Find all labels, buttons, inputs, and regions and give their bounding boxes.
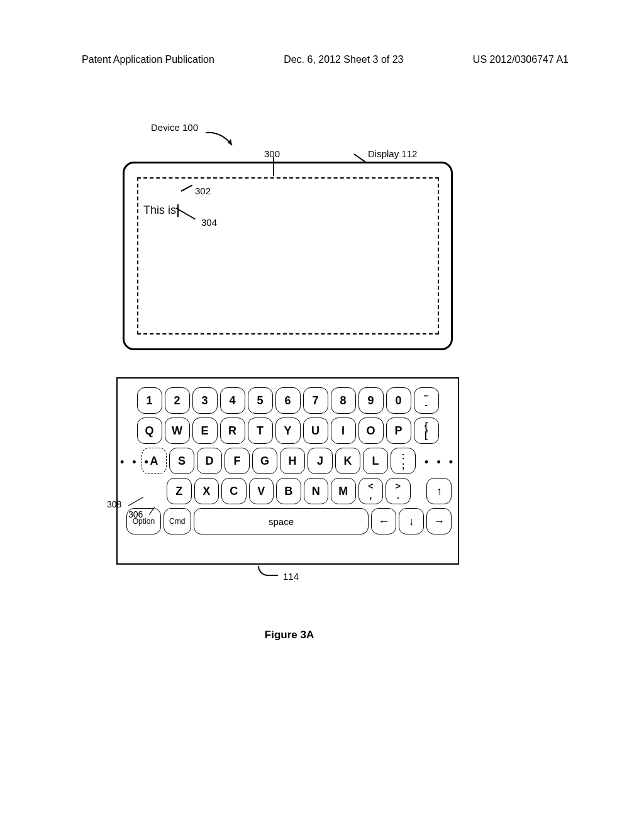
key-s[interactable]: S: [169, 448, 194, 474]
key-e[interactable]: E: [192, 418, 218, 444]
key-q[interactable]: Q: [137, 418, 162, 444]
device-label: Device 100: [151, 122, 198, 133]
kb-row-2: Q W E R T Y U I O P {[: [124, 418, 452, 444]
header-right: US 2012/0306747 A1: [473, 54, 569, 65]
key-r[interactable]: R: [220, 418, 245, 444]
header-left: Patent Application Publication: [82, 54, 214, 65]
key-i[interactable]: I: [331, 418, 356, 444]
key-left-arrow[interactable]: ←: [371, 508, 396, 534]
ellipsis-right-icon: • • •: [425, 456, 455, 469]
kb-row-1: 1 2 3 4 5 6 7 8 9 0 –-: [124, 387, 452, 414]
key-dash[interactable]: –-: [414, 387, 439, 414]
key-b[interactable]: B: [276, 478, 301, 504]
key-1[interactable]: 1: [137, 387, 162, 414]
key-2[interactable]: 2: [165, 387, 190, 414]
key-space[interactable]: space: [194, 508, 369, 534]
key-z[interactable]: Z: [167, 478, 192, 504]
ref-308-label: 308: [107, 499, 121, 509]
key-bracket[interactable]: {[: [414, 418, 439, 444]
key-up-arrow[interactable]: ↑: [426, 478, 452, 504]
key-4[interactable]: 4: [220, 387, 245, 414]
ref-304-label: 304: [201, 217, 217, 228]
display-label: Display 112: [368, 148, 417, 159]
key-c[interactable]: C: [221, 478, 247, 504]
display-panel: This is: [123, 162, 453, 350]
key-3[interactable]: 3: [192, 387, 218, 414]
key-n[interactable]: N: [304, 478, 329, 504]
key-y[interactable]: Y: [275, 418, 301, 444]
key-gt[interactable]: >.: [386, 478, 411, 504]
ref-114-leader: [258, 566, 278, 576]
key-t[interactable]: T: [248, 418, 273, 444]
key-g[interactable]: G: [252, 448, 277, 474]
keyboard-panel: 1 2 3 4 5 6 7 8 9 0 –- Q W E R T Y U I O…: [116, 377, 459, 565]
key-u[interactable]: U: [303, 418, 328, 444]
kb-row-4: Z X C V B N M <, >. ↑: [124, 478, 452, 504]
key-5[interactable]: 5: [248, 387, 273, 414]
key-w[interactable]: W: [165, 418, 190, 444]
key-p[interactable]: P: [386, 418, 411, 444]
text-cursor-icon: [177, 204, 179, 217]
key-f[interactable]: F: [225, 448, 250, 474]
figure-title: Figure 3A: [113, 629, 465, 641]
key-l[interactable]: L: [363, 448, 388, 474]
key-o[interactable]: O: [358, 418, 384, 444]
ref-114-label: 114: [283, 571, 299, 582]
ellipsis-left-icon: • • •: [120, 456, 151, 469]
device-arrow-icon: [206, 131, 237, 150]
key-j[interactable]: J: [308, 448, 333, 474]
key-right-arrow[interactable]: →: [426, 508, 452, 534]
key-v[interactable]: V: [249, 478, 274, 504]
text-value: This is: [143, 204, 176, 216]
key-h[interactable]: H: [280, 448, 305, 474]
key-9[interactable]: 9: [358, 387, 384, 414]
text-entry-area[interactable]: This is: [137, 177, 439, 335]
key-d[interactable]: D: [197, 448, 222, 474]
entered-text: This is: [143, 204, 179, 217]
header-center: Dec. 6, 2012 Sheet 3 of 23: [284, 54, 403, 65]
key-8[interactable]: 8: [331, 387, 356, 414]
key-m[interactable]: M: [331, 478, 356, 504]
ref-300-label: 300: [264, 148, 280, 159]
kb-row-3: • • • A S D F G H J K L :; • • •: [124, 448, 452, 474]
key-6[interactable]: 6: [275, 387, 301, 414]
key-cmd[interactable]: Cmd: [164, 508, 191, 534]
ref-302-label: 302: [195, 185, 211, 196]
key-x[interactable]: X: [194, 478, 219, 504]
key-colon[interactable]: :;: [391, 448, 416, 474]
key-k[interactable]: K: [335, 448, 360, 474]
kb-row-5: Option Cmd space ← ↓ →: [124, 508, 452, 534]
key-7[interactable]: 7: [303, 387, 328, 414]
page-header: Patent Application Publication Dec. 6, 2…: [0, 54, 644, 65]
key-lt[interactable]: <,: [358, 478, 384, 504]
key-0[interactable]: 0: [386, 387, 411, 414]
ref-306-label: 306: [128, 509, 143, 519]
key-down-arrow[interactable]: ↓: [399, 508, 424, 534]
